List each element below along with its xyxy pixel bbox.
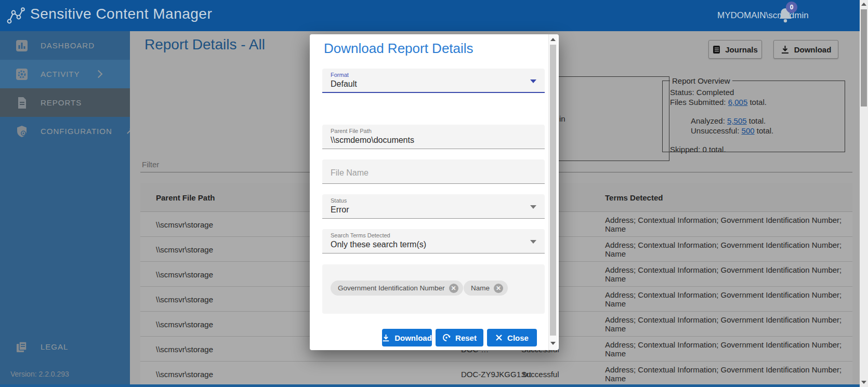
close-icon [495,334,503,341]
chevron-down-icon [530,79,536,83]
parent-file-path-label: Parent File Path [331,128,536,134]
dialog-scrollbar-thumb[interactable] [550,45,556,336]
chevron-down-icon [530,240,536,244]
chevron-down-icon [530,205,536,209]
search-terms-detected-select[interactable]: Search Terms Detected Only these search … [322,229,545,253]
reset-icon [442,333,451,342]
download-report-details-dialog: Download Report Details Format Default F… [310,34,559,350]
file-name-input[interactable]: File Name [322,159,545,184]
chip-label: Name [471,284,490,292]
dialog-reset-label: Reset [455,333,477,342]
window-scrollbar-thumb[interactable] [861,9,867,106]
top-header: Sensitive Content Manager MYDOMAIN\scmad… [0,0,868,31]
search-terms-value: Only these search term(s) [331,240,536,249]
scroll-up-icon[interactable] [550,38,556,41]
dialog-scrollbar[interactable] [548,34,557,350]
term-chip[interactable]: Name ✕ [464,281,508,296]
scroll-down-icon[interactable] [861,381,866,384]
term-chip[interactable]: Government Identification Number ✕ [331,281,463,296]
app-title: Sensitive Content Manager [30,6,212,22]
format-select[interactable]: Format Default [322,69,545,93]
dialog-title: Download Report Details [324,41,474,57]
app-window: Sensitive Content Manager MYDOMAIN\scmad… [0,0,868,387]
chip-label: Government Identification Number [338,284,445,292]
status-value: Error [331,205,536,215]
scroll-down-icon[interactable] [550,342,556,345]
dialog-download-label: Download [394,333,432,342]
scroll-up-icon[interactable] [861,3,866,6]
window-scrollbar[interactable] [860,0,868,387]
current-user-label[interactable]: MYDOMAIN\scmadmin [717,10,809,21]
remove-chip-icon[interactable]: ✕ [494,284,503,293]
format-label: Format [331,72,536,78]
status-label: Status [331,197,536,204]
format-value: Default [331,79,536,89]
dialog-reset-button[interactable]: Reset [436,329,483,346]
status-select[interactable]: Status Error [322,194,545,219]
remove-chip-icon[interactable]: ✕ [449,284,458,293]
parent-file-path-value: \\scmdemo\documents [331,136,536,145]
download-icon [382,334,390,342]
parent-file-path-input[interactable]: Parent File Path \\scmdemo\documents [322,125,545,149]
notification-count-badge: 0 [786,2,797,13]
dialog-download-button[interactable]: Download [382,329,432,346]
dialog-close-button[interactable]: Close [487,329,537,346]
selected-terms-panel: Government Identification Number ✕ Name … [322,264,545,314]
file-name-placeholder: File Name [331,168,536,178]
app-logo-icon [6,6,27,25]
dialog-close-label: Close [507,333,529,342]
search-terms-label: Search Terms Detected [331,232,536,238]
